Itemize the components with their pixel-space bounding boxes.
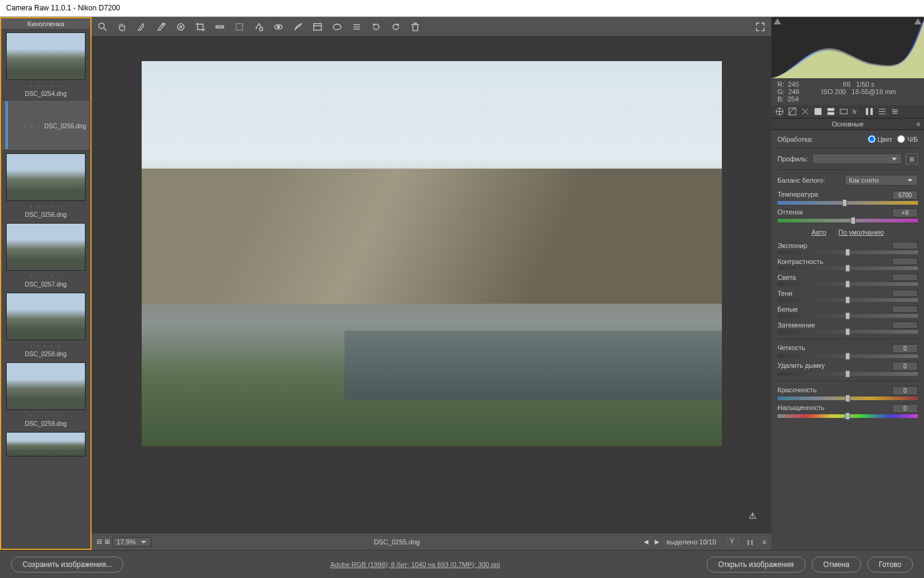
workflow-options-link[interactable]: Adobe RGB (1998); 8 бит; 1040 на 693 (0.… [129, 561, 700, 568]
profile-label: Профиль: [777, 155, 809, 163]
shadows-slider[interactable] [777, 298, 918, 302]
zoom-select[interactable]: 17.9%⏷ [112, 537, 151, 547]
color-sampler-icon[interactable] [155, 21, 167, 33]
wb-tool-icon[interactable] [136, 21, 148, 33]
right-panel: R:245 G:248 B:254 f/8 1/50 s ISO 200 18-… [771, 17, 924, 550]
treatment-color-radio[interactable]: Цвет [868, 135, 893, 143]
view-options-icon[interactable]: ⫿⫿ [747, 538, 754, 546]
done-button[interactable]: Готово [867, 557, 913, 573]
svg-point-36 [894, 112, 895, 114]
thumbnail[interactable]: · · · · ·DSC_0256.dng [1, 151, 90, 221]
tab-fx-icon[interactable]: fx [852, 107, 861, 116]
svg-point-10 [260, 27, 263, 30]
svg-line-1 [104, 27, 107, 31]
target-adjust-icon[interactable] [175, 21, 187, 33]
dehaze-input[interactable]: 0 [892, 362, 918, 371]
tab-snapshots-icon[interactable] [890, 107, 900, 116]
highlights-slider[interactable] [777, 282, 918, 286]
profile-select[interactable]: ⏷ [812, 153, 902, 164]
tab-curve-icon[interactable] [788, 107, 797, 116]
thumbnail[interactable]: · · · · ·DSC_0254.dng [1, 30, 90, 100]
footer-bar: Сохранить изображения... Adobe RGB (1998… [0, 550, 924, 578]
clarity-input[interactable]: 0 [892, 344, 918, 353]
window-titlebar: Camera Raw 11.0.1 - Nikon D7200 [0, 0, 924, 17]
fullscreen-icon[interactable] [754, 21, 766, 33]
svg-rect-24 [840, 109, 847, 114]
tab-calib-icon[interactable] [865, 107, 874, 116]
status-bar: ⊟ ⊞ 17.9%⏷ DSC_0255.dng ◀ ▶ выделено 10/… [92, 533, 771, 550]
panel-title: Основные [771, 119, 924, 130]
temp-slider[interactable] [777, 201, 918, 205]
blacks-slider[interactable] [777, 330, 918, 334]
saturation-input[interactable]: 0 [892, 404, 918, 413]
svg-point-34 [893, 109, 894, 111]
transform-tool-icon[interactable] [233, 21, 246, 33]
whites-input[interactable] [892, 305, 918, 313]
highlights-input[interactable] [892, 274, 918, 281]
straighten-tool-icon[interactable] [214, 21, 226, 33]
compare-toggle[interactable]: Y [726, 538, 738, 546]
tint-slider[interactable] [777, 219, 918, 222]
tab-lens-icon[interactable] [839, 107, 848, 116]
contrast-slider[interactable] [777, 266, 918, 270]
menu-icon[interactable]: ≡ [763, 538, 766, 546]
histogram[interactable] [771, 17, 924, 78]
thumbnail[interactable]: · · · · ·DSC_0255.dng [1, 100, 90, 151]
preferences-icon[interactable] [351, 21, 363, 33]
redeye-tool-icon[interactable] [272, 21, 285, 33]
radial-filter-icon[interactable] [331, 21, 343, 33]
tab-presets-icon[interactable] [878, 107, 887, 116]
contrast-input[interactable] [892, 258, 918, 265]
zoom-out-icon[interactable]: ⊟ [96, 538, 102, 546]
wb-select[interactable]: Как снято⏷ [845, 175, 918, 186]
crop-tool-icon[interactable] [194, 21, 206, 33]
hand-tool-icon[interactable] [116, 21, 128, 33]
temp-input[interactable]: 6700 [892, 191, 918, 200]
adjustment-brush-icon[interactable] [292, 21, 304, 33]
zoom-tool-icon[interactable] [96, 21, 109, 33]
temp-label: Температура [777, 191, 818, 200]
thumbnail[interactable]: · · · · ·DSC_0257.dng [1, 221, 90, 290]
zoom-in-icon[interactable]: ⊞ [104, 538, 110, 546]
tab-hsl-icon[interactable] [813, 107, 823, 116]
svg-point-35 [895, 111, 897, 112]
delete-icon[interactable] [409, 21, 421, 33]
whites-slider[interactable] [777, 314, 918, 318]
exposure-slider[interactable] [777, 251, 918, 254]
svg-text:fx: fx [853, 109, 857, 115]
thumbnail[interactable]: · · · · ·DSC_0258.dng [1, 290, 90, 360]
treatment-bw-radio[interactable]: Ч/Б [897, 135, 918, 143]
profile-browser-icon[interactable]: ⊞ [906, 153, 918, 164]
next-image-icon[interactable]: ▶ [653, 538, 661, 546]
prev-image-icon[interactable]: ◀ [642, 538, 650, 546]
tab-basic-icon[interactable] [775, 107, 784, 116]
panel-tabs: fx [771, 105, 924, 119]
preview-area[interactable]: ⚠ [92, 37, 771, 533]
clarity-slider[interactable] [777, 354, 918, 358]
spot-removal-icon[interactable] [253, 21, 265, 33]
svg-rect-21 [815, 108, 821, 115]
open-images-button[interactable]: Открыть изображения [707, 557, 806, 573]
blacks-input[interactable] [892, 321, 918, 329]
vibrance-slider[interactable] [777, 397, 918, 400]
save-images-button[interactable]: Сохранить изображения... [11, 557, 123, 573]
shadows-input[interactable] [892, 290, 918, 297]
graduated-filter-icon[interactable] [311, 21, 324, 33]
vibrance-input[interactable]: 0 [892, 386, 918, 395]
exposure-input[interactable] [892, 242, 918, 249]
default-link[interactable]: По умолчанию [839, 229, 884, 236]
auto-link[interactable]: Авто [812, 229, 826, 236]
tab-detail-icon[interactable] [801, 107, 810, 116]
thumbnail[interactable]: · · · · ·DSC_0259.dng [1, 360, 90, 430]
saturation-slider[interactable] [777, 414, 918, 418]
warning-icon[interactable]: ⚠ [749, 511, 757, 521]
rotate-cw-icon[interactable] [390, 21, 402, 33]
rotate-ccw-icon[interactable] [370, 21, 382, 33]
tint-input[interactable]: +8 [892, 208, 918, 218]
svg-rect-23 [828, 112, 834, 115]
cancel-button[interactable]: Отмена [812, 557, 861, 573]
current-filename: DSC_0255.dng [156, 538, 637, 546]
tab-split-icon[interactable] [826, 107, 835, 116]
thumbnail[interactable] [1, 430, 90, 459]
dehaze-slider[interactable] [777, 372, 918, 376]
